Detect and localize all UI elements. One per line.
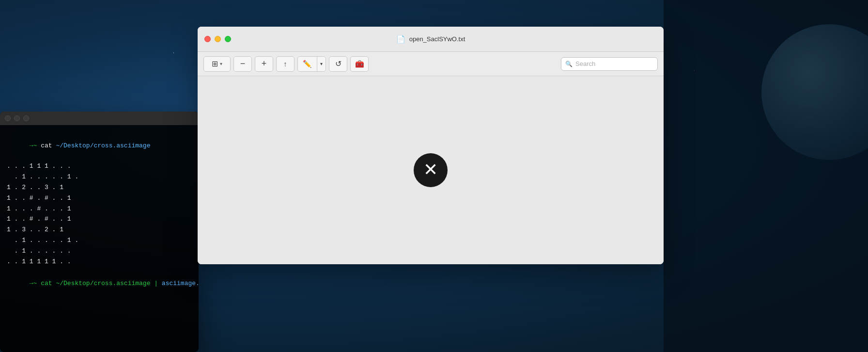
preview-maximize-button[interactable] [225,36,231,42]
terminal-line-9: . 1 . . . . . 1 . [7,236,192,246]
preview-titlebar: 📄 open_SaclSYwO.txt [198,27,664,52]
search-placeholder: Search [575,60,595,67]
terminal-cmd-1: cat [41,142,56,149]
sidebar-toggle-button[interactable]: ⊞ ▾ [203,56,231,72]
terminal-maximize-button[interactable] [23,115,29,121]
terminal-line-5: 1 . . # . # . . 1 [7,193,192,204]
terminal-line-4: 1 . 2 . . 3 . 1 [7,183,192,193]
markup-icon: ✏️ [303,60,312,68]
markup-dropdown-button[interactable]: ▾ [317,56,326,72]
terminal-line-12: →~ cat ~/Desktop/cross.asciimage | ascii… [7,269,192,299]
terminal-line-3: . 1 . . . . . 1 . [7,172,192,182]
search-box[interactable]: 🔍 Search [561,57,658,71]
preview-window: 📄 open_SaclSYwO.txt ⊞ ▾ − + ↑ ✏️ ▾ ↺ [198,27,664,264]
terminal-prompt-2: →~ [30,280,41,287]
preview-toolbar: ⊞ ▾ − + ↑ ✏️ ▾ ↺ 🧰 🔍 Se [198,52,664,76]
terminal-line-10: . 1 . . . . . . [7,246,192,256]
terminal-window: →~ cat ~/Desktop/cross.asciimage . . . 1… [0,112,199,352]
terminal-line-6: 1 . . . # . . . 1 [7,204,192,214]
terminal-prompt-1: →~ [30,142,41,149]
terminal-line-11: . . 1 1 1 1 1 . . [7,257,192,267]
terminal-titlebar [0,112,199,125]
terminal-cmd-2a: cat ~/Desktop/cross.asciimage | [41,280,162,287]
rotate-button[interactable]: ↺ [329,56,347,72]
terminal-line-1: →~ cat ~/Desktop/cross.asciimage [7,131,192,161]
terminal-close-button[interactable] [5,115,11,121]
zoom-in-icon: + [262,59,267,69]
zoom-out-button[interactable]: − [233,56,252,72]
preview-title: 📄 open_SaclSYwO.txt [396,35,465,44]
toolbox-button[interactable]: 🧰 [350,56,369,72]
markup-button[interactable]: ✏️ [298,56,317,72]
file-icon: 📄 [396,35,405,44]
search-icon: 🔍 [565,61,573,67]
rotate-icon: ↺ [335,59,341,68]
sidebar-chevron-icon: ▾ [220,61,222,66]
preview-content: ✕ [198,76,664,264]
sidebar-icon: ⊞ [212,59,218,68]
terminal-line-7: 1 . . # . # . . 1 [7,214,192,224]
terminal-body: →~ cat ~/Desktop/cross.asciimage . . . 1… [0,125,199,305]
error-icon: ✕ [423,161,438,178]
preview-minimize-button[interactable] [215,36,221,42]
share-button[interactable]: ↑ [276,56,294,72]
terminal-line-8: 1 . 3 . . 2 . 1 [7,225,192,235]
right-panel [664,0,868,352]
zoom-in-button[interactable]: + [255,56,273,72]
error-indicator: ✕ [414,153,448,187]
terminal-cmd-2b: asciimage.js [162,280,199,287]
terminal-line-2: . . . 1 1 1 . . . [7,161,192,172]
toolbox-icon: 🧰 [355,60,364,68]
preview-close-button[interactable] [204,36,211,42]
markup-group: ✏️ ▾ [297,56,326,72]
preview-filename: open_SaclSYwO.txt [409,35,465,43]
terminal-minimize-button[interactable] [14,115,20,121]
zoom-out-icon: − [240,59,246,69]
markup-chevron-icon: ▾ [320,61,323,66]
share-icon: ↑ [283,60,287,68]
terminal-path-1: ~/Desktop/cross.asciimage [56,142,150,149]
